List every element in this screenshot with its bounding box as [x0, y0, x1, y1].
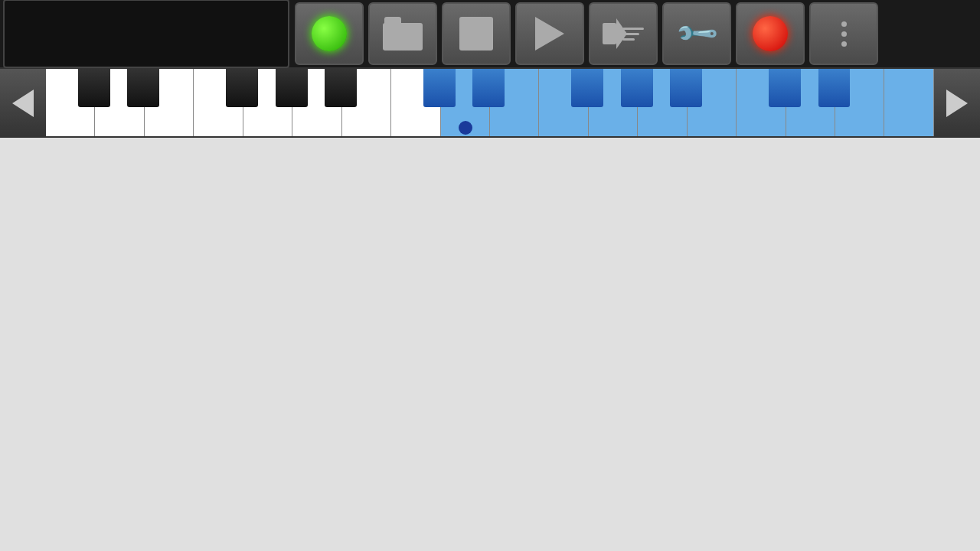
position-indicator	[459, 121, 472, 135]
mini-white-key[interactable]	[46, 69, 95, 138]
mini-white-key[interactable]	[490, 69, 539, 138]
mini-white-keys	[46, 69, 934, 138]
red-led-icon	[753, 16, 788, 51]
main-piano-keyboard[interactable]	[0, 138, 980, 551]
volume-icon	[603, 23, 644, 44]
play-icon	[535, 17, 564, 51]
mini-white-key[interactable]	[539, 69, 588, 138]
keyboard-section	[0, 69, 980, 551]
mini-white-key[interactable]	[835, 69, 884, 138]
play-button[interactable]	[515, 2, 584, 65]
scroll-right-button[interactable]	[934, 69, 980, 138]
folder-icon	[383, 17, 423, 51]
open-button[interactable]	[368, 2, 437, 65]
mini-white-key[interactable]	[688, 69, 737, 138]
scroll-left-button[interactable]	[0, 69, 46, 138]
toolbar: 🔧	[0, 0, 980, 69]
volume-button[interactable]	[589, 2, 658, 65]
mini-white-key[interactable]	[95, 69, 144, 138]
mini-white-key[interactable]	[589, 69, 638, 138]
right-arrow-icon	[946, 90, 968, 117]
mini-white-key[interactable]	[638, 69, 687, 138]
stop-button[interactable]	[442, 2, 511, 65]
mini-white-key[interactable]	[391, 69, 440, 138]
settings-button[interactable]: 🔧	[662, 2, 731, 65]
mini-white-key[interactable]	[884, 69, 933, 138]
green-led-icon	[312, 16, 347, 51]
mini-white-key[interactable]	[145, 69, 194, 138]
record-button[interactable]	[736, 2, 805, 65]
mini-keys-container	[46, 69, 934, 138]
instrument-title	[3, 0, 289, 68]
more-button[interactable]	[809, 2, 878, 65]
wrench-icon: 🔧	[673, 10, 720, 57]
mini-white-key[interactable]	[342, 69, 391, 138]
mini-white-key[interactable]	[292, 69, 341, 138]
left-arrow-icon	[12, 90, 34, 117]
led-button[interactable]	[295, 2, 364, 65]
mini-white-key[interactable]	[786, 69, 835, 138]
more-dots-icon	[841, 21, 847, 47]
stop-icon	[459, 17, 493, 51]
mini-white-key[interactable]	[243, 69, 292, 138]
mini-white-key[interactable]	[737, 69, 786, 138]
mini-keyboard	[0, 69, 980, 138]
white-keys	[0, 138, 980, 551]
mini-white-key[interactable]	[194, 69, 243, 138]
